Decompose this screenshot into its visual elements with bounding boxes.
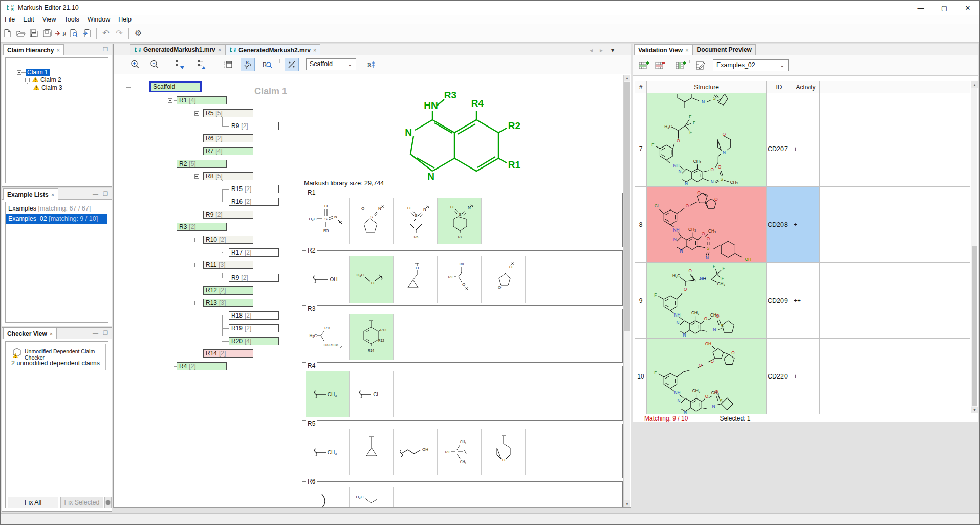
tree-node-r17[interactable]: R17[2] <box>229 248 279 257</box>
close-tab-icon[interactable]: × <box>56 47 59 53</box>
close-tab-icon[interactable]: × <box>51 192 54 198</box>
fix-all-button[interactable]: Fix All <box>8 497 58 508</box>
claim-tree-item-1[interactable]: Claim 1 <box>26 69 50 76</box>
maximize-view-icon[interactable] <box>622 48 626 52</box>
show-groups-icon[interactable] <box>221 58 235 71</box>
expand-toggle-icon[interactable] <box>168 162 172 166</box>
rgroup-scrollbar[interactable]: ▲ ▼ <box>623 75 630 507</box>
example-list-item-selected[interactable]: Examples_02 [matching: 9 / 10] <box>6 214 107 224</box>
expand-toggle-icon[interactable] <box>17 70 21 75</box>
menu-help[interactable]: Help <box>114 16 136 23</box>
close-button[interactable]: ✕ <box>956 1 979 15</box>
claim-tree-item-3[interactable]: Claim 3 <box>41 84 62 92</box>
activity-cell[interactable]: ++ <box>792 263 820 339</box>
structure-cell[interactable]: H₃C F F F O F NH N N CH₃ O O N N S O CH₃ <box>647 111 767 187</box>
scroll-down-icon[interactable]: ▼ <box>971 407 978 413</box>
row-number-cell[interactable]: 9 <box>635 263 647 339</box>
tab-scroll-right-icon[interactable]: ▸ <box>600 47 603 54</box>
scroll-up-icon[interactable]: ▲ <box>624 75 630 81</box>
tab-scroll-left-icon[interactable]: ◂ <box>590 47 593 54</box>
import-rgroups-icon[interactable]: R <box>54 27 67 39</box>
expand-toggle-icon[interactable] <box>194 174 199 179</box>
example-list-item[interactable]: Examples [matching: 67 / 67] <box>6 203 107 214</box>
tree-canvas-divider[interactable] <box>299 75 299 507</box>
expand-all-icon[interactable] <box>173 58 187 71</box>
add-example-list-icon[interactable] <box>637 59 651 72</box>
structure-cell[interactable]: F F F CH₃ NH O H₃C O F NH N N CH₃ O CH₃ … <box>647 263 767 339</box>
close-tab-icon[interactable]: × <box>218 47 221 53</box>
id-cell[interactable]: CD209 <box>767 263 792 339</box>
menu-view[interactable]: View <box>38 16 60 23</box>
zoom-in-icon[interactable] <box>128 58 142 71</box>
row-number-cell[interactable] <box>635 93 647 111</box>
redo-icon[interactable]: ↷ <box>113 27 126 39</box>
tab-validation-view[interactable]: Validation View× <box>634 44 693 55</box>
tree-node-r19[interactable]: R19[2] <box>229 324 279 332</box>
rgroup-member-selected[interactable]: H₃C O <box>350 256 394 303</box>
rgroup-member-selected[interactable]: S O N R7 <box>438 198 482 244</box>
rgroup-member[interactable]: S O N <box>350 198 394 244</box>
validation-scrollbar[interactable]: ▲ ▼ <box>971 81 977 413</box>
menu-window[interactable]: Window <box>83 16 114 23</box>
tree-node-r6[interactable]: R6[2] <box>203 134 253 142</box>
rgroup-member[interactable]: H₃C R11 O①R10② <box>306 314 350 360</box>
close-tab-icon[interactable]: × <box>50 331 53 337</box>
panel-minimize-icons[interactable]: — ❐ <box>93 191 110 197</box>
tree-node-r8[interactable]: R8[5] <box>203 172 253 180</box>
menu-file[interactable]: File <box>1 16 19 23</box>
rgroup-member[interactable]: Cl <box>350 371 394 417</box>
panel-minimize-icons[interactable]: — ❐ <box>93 330 110 337</box>
claim-tree-item-2[interactable]: Claim 2 <box>40 76 61 84</box>
row-number-cell[interactable]: 8 <box>635 187 647 263</box>
structure-cell[interactable]: OH O O O F NH N N CH₃ O CH₃ S O N <box>647 339 767 414</box>
menu-edit[interactable]: Edit <box>19 16 38 23</box>
tab-example-lists[interactable]: Example Lists× <box>3 188 58 200</box>
scrollbar-thumb[interactable] <box>624 82 630 331</box>
column-header-activity[interactable]: Activity <box>792 81 820 93</box>
expand-toggle-icon[interactable] <box>194 301 199 305</box>
example-list-selector[interactable]: Examples_02⌄ <box>713 59 789 71</box>
tree-node-r16[interactable]: R16[2] <box>229 198 279 206</box>
checker-item[interactable]: Unmodified Dependent Claim Checker 2 unm… <box>8 344 106 370</box>
settings-gear-icon[interactable]: ⚙ <box>132 27 145 39</box>
new-document-icon[interactable] <box>1 27 14 39</box>
structure-cell-mismatch[interactable]: Cl O O O NH N N CH₃ O CH₃ S O N OH <box>647 187 767 263</box>
expand-toggle-icon[interactable] <box>25 78 30 82</box>
fix-selected-button[interactable]: Fix Selected <box>60 497 103 508</box>
rgroup-member[interactable]: H₃C O S N R5 <box>306 198 350 244</box>
row-number-cell[interactable]: 10 <box>635 339 647 414</box>
expand-toggle-icon[interactable] <box>194 111 199 116</box>
rgroup-member[interactable]: OH <box>306 256 350 303</box>
close-tab-icon[interactable]: × <box>685 47 688 53</box>
tree-node-r10[interactable]: R10[2] <box>203 236 253 244</box>
tree-node-r14[interactable]: R14[2] <box>203 349 253 358</box>
document-check-icon[interactable] <box>67 27 80 39</box>
expand-toggle-icon[interactable] <box>194 263 199 267</box>
rgroup-member[interactable]: O <box>394 256 438 303</box>
tab-checker-view[interactable]: Checker View× <box>3 328 57 339</box>
rgroup-member[interactable] <box>306 487 350 507</box>
tree-node-r20[interactable]: R20[4] <box>229 337 279 345</box>
tree-node-r11[interactable]: R11[3] <box>203 261 253 269</box>
document-export-icon[interactable] <box>80 27 94 39</box>
tab-list-icon[interactable]: ▾ <box>611 47 614 54</box>
tree-node-r5[interactable]: R5[5] <box>203 109 253 117</box>
tree-node-scaffold[interactable]: Scaffold <box>149 81 202 92</box>
menu-tools[interactable]: Tools <box>60 16 83 23</box>
rgroup-query-icon[interactable]: R <box>260 58 274 71</box>
rgroup-member[interactable] <box>350 429 394 475</box>
tree-node-r12[interactable]: R12[2] <box>203 286 253 295</box>
column-header-id[interactable]: ID <box>767 81 792 93</box>
tree-node-r9c[interactable]: R9[2] <box>229 274 279 282</box>
scaffold-structure[interactable]: HN R3 R4 R2 R1 N N <box>369 75 543 193</box>
scaffold-selector[interactable]: Scaffold⌄ <box>306 58 356 70</box>
rgroup-tool-icon[interactable]: R <box>241 58 255 71</box>
rgroup-member[interactable]: R9 CH₃ CH₃ <box>438 429 482 475</box>
tree-node-r18[interactable]: R18[2] <box>229 311 279 320</box>
id-cell[interactable]: CD220 <box>767 339 792 414</box>
zoom-out-icon[interactable] <box>147 58 162 71</box>
no-rlogic-icon[interactable] <box>285 58 299 71</box>
maximize-button[interactable]: ▢ <box>932 1 956 15</box>
rgroup-member[interactable]: O O <box>482 256 526 303</box>
scroll-up-icon[interactable]: ▲ <box>971 81 978 88</box>
